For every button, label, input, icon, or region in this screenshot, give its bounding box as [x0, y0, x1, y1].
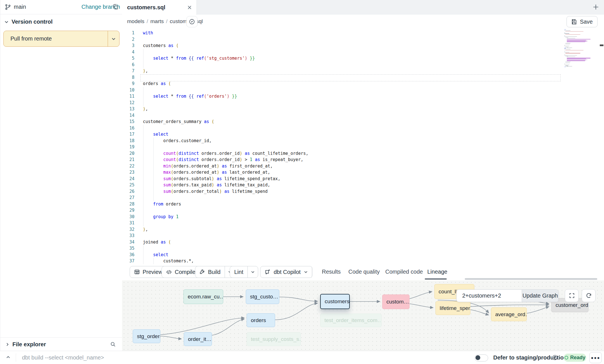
lineage-node-order-items[interactable]: order_it… — [184, 332, 212, 346]
tab-lineage[interactable]: Lineage — [427, 264, 447, 279]
code-line[interactable]: 20 count(distinct orders.order_id) as co… — [122, 150, 604, 157]
code-line[interactable]: 31 — [122, 220, 604, 226]
new-tab-button[interactable] — [592, 3, 599, 11]
lineage-node-stg-customers[interactable]: stg_custo… — [246, 289, 279, 304]
code-text: with — [143, 30, 153, 36]
code-line[interactable]: 10 — [122, 87, 604, 93]
save-button[interactable]: Save — [567, 16, 598, 27]
code-line[interactable]: 16 — [122, 125, 604, 131]
line-number: 37 — [122, 258, 134, 264]
node-label: stg_orders — [137, 333, 160, 340]
horizontal-scrollbar-thumb[interactable] — [465, 278, 597, 280]
indent-guide — [153, 144, 154, 150]
tab-close-icon[interactable] — [187, 5, 192, 10]
file-search-icon[interactable] — [110, 341, 116, 347]
code-line[interactable]: 14 — [122, 112, 604, 119]
code-line[interactable]: 25 sum(orders.tax_paid) as lifetime_tax_… — [122, 182, 604, 188]
code-line[interactable]: 11 select * from {{ ref('orders') }} — [122, 93, 604, 100]
lineage-node-customers[interactable]: customers — [320, 294, 350, 309]
dbt-copilot-button[interactable]: dbt Copilot — [260, 266, 313, 278]
lineage-node-stg-orders[interactable]: stg_orders — [133, 329, 160, 343]
code-line[interactable]: 34joined as ( — [122, 239, 604, 245]
code-line[interactable]: 35 — [122, 245, 604, 252]
lineage-node-test-order-items[interactable]: test_order_items_com… — [320, 314, 382, 327]
lineage-node-customers-downstream[interactable]: custom… — [382, 294, 410, 309]
code-line[interactable]: 32), — [122, 226, 604, 233]
file-explorer-header[interactable]: File explorer — [0, 337, 122, 351]
code-line[interactable]: 17 select — [122, 131, 604, 138]
line-number: 6 — [122, 62, 134, 68]
code-line[interactable]: 12 — [122, 100, 604, 106]
code-line[interactable]: 24 sum(orders.subtotal) as lifetime_spen… — [122, 176, 604, 182]
code-line[interactable]: 22 min(orders.ordered_at) as first_order… — [122, 163, 604, 169]
defer-toggle[interactable] — [475, 354, 488, 361]
code-line[interactable]: 23 max(orders.ordered_at) as last_ordere… — [122, 169, 604, 176]
pull-from-remote-button[interactable]: Pull from remote — [3, 31, 120, 47]
more-options-button[interactable]: ●●● — [589, 352, 602, 363]
code-line[interactable]: 2 — [122, 36, 604, 43]
lineage-node-test-supply-costs[interactable]: test_supply_costs_s… — [247, 332, 301, 346]
lineage-node-ecom-raw-customers[interactable]: ecom.raw_cu… — [183, 289, 223, 304]
lineage-selector-input[interactable]: 2+customers+2 — [457, 290, 522, 302]
code-line[interactable]: 13), — [122, 106, 604, 112]
node-label: average_ord… — [495, 311, 527, 318]
code-line[interactable]: 33 — [122, 233, 604, 239]
minimap[interactable] — [564, 29, 589, 68]
code-line[interactable]: 7), — [122, 68, 604, 74]
copilot-compass-button[interactable] — [186, 16, 198, 27]
code-line[interactable]: 29 — [122, 207, 604, 214]
build-button-group[interactable]: Build — [195, 266, 235, 278]
line-number: 15 — [122, 119, 134, 125]
code-line[interactable]: 37 customers.*, — [122, 258, 604, 264]
scrollbar-cursor-mark[interactable] — [600, 44, 603, 46]
breadcrumb-part[interactable]: models — [127, 18, 144, 24]
code-text: count(distinct orders.order_id) > 1 as i… — [143, 157, 303, 163]
lineage-node-lifetime-spend[interactable]: lifetime_spen… — [435, 301, 470, 315]
update-graph-button[interactable]: Update Graph — [522, 290, 558, 302]
code-line[interactable]: 28 from orders — [122, 201, 604, 207]
command-input[interactable]: dbt build --select <model_name> — [22, 351, 104, 364]
code-line[interactable]: 30 group by 1 — [122, 214, 604, 220]
line-number: 17 — [122, 131, 134, 138]
help-icon[interactable] — [552, 354, 558, 361]
tab-customers-sql[interactable]: customers.sql — [122, 0, 197, 15]
code-line[interactable]: 15customer_orders_summary as ( — [122, 119, 604, 125]
tab-code-quality[interactable]: Code quality — [348, 264, 380, 279]
code-line[interactable]: 6 — [122, 62, 604, 68]
code-line[interactable]: 18 orders.customer_id, — [122, 138, 604, 144]
lineage-graph[interactable]: ecom.raw_cu…stg_custo…ordersstg_ordersor… — [122, 280, 604, 351]
code-line[interactable]: 8 — [122, 74, 604, 81]
code-line[interactable]: 9orders as ( — [122, 81, 604, 87]
code-line[interactable]: 19 — [122, 144, 604, 150]
code-line[interactable]: 3customers as ( — [122, 43, 604, 49]
tab-compiled-code[interactable]: Compiled code — [385, 264, 423, 279]
code-line[interactable]: 27 — [122, 195, 604, 201]
chevron-up-icon[interactable] — [6, 355, 11, 360]
code-lines[interactable]: 1with23customers as (45 select * from {{… — [122, 30, 604, 264]
tab-title: customers.sql — [127, 4, 165, 11]
code-line[interactable]: 5 select * from {{ ref('stg_customers') … — [122, 55, 604, 62]
copy-icon[interactable] — [112, 4, 119, 10]
breadcrumb-part[interactable]: marts — [151, 18, 164, 24]
version-control-header[interactable]: Version control — [0, 17, 122, 26]
line-number: 23 — [122, 169, 134, 176]
line-number: 29 — [122, 207, 134, 214]
minimap-line — [564, 50, 589, 50]
tab-results[interactable]: Results — [322, 264, 341, 279]
code-line[interactable]: 21 count(distinct orders.order_id) > 1 a… — [122, 157, 604, 163]
lineage-node-orders[interactable]: orders — [247, 313, 275, 327]
code-line[interactable]: 36 select — [122, 252, 604, 258]
code-line[interactable]: 1with — [122, 30, 604, 36]
compile-button[interactable]: Compile — [161, 266, 200, 278]
code-text: ), — [143, 106, 148, 112]
chevron-down-icon — [4, 20, 9, 24]
refresh-graph-button[interactable] — [582, 289, 596, 302]
pull-options-chevron[interactable] — [108, 31, 119, 46]
code-line[interactable]: 4 — [122, 49, 604, 55]
fullscreen-button[interactable] — [565, 289, 579, 302]
lint-options-chevron[interactable] — [247, 266, 258, 278]
lint-button-group[interactable]: Lint — [230, 266, 258, 278]
lineage-node-average-order[interactable]: average_ord… — [491, 307, 527, 321]
code-line[interactable]: 26 sum(orders.order_total) as lifetime_s… — [122, 188, 604, 195]
code-editor[interactable]: 1with23customers as (45 select * from {{… — [122, 28, 604, 264]
